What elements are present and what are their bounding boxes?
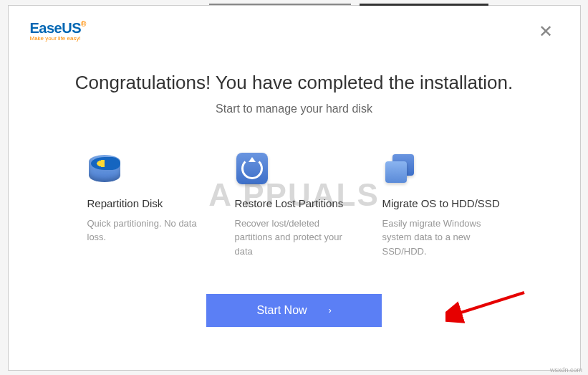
logo-brand: EaseUS® bbox=[30, 20, 86, 37]
feature-title: Migrate OS to HDD/SSD bbox=[382, 197, 501, 209]
restore-icon bbox=[235, 151, 269, 186]
main-content: Congratulations! You have completed the … bbox=[30, 72, 559, 328]
feature-migrate: Migrate OS to HDD/SSD Easily migrate Win… bbox=[382, 151, 501, 259]
easeus-logo: EaseUS® Make your life easy! bbox=[30, 20, 86, 42]
installer-complete-dialog: EaseUS® Make your life easy! ✕ Congratul… bbox=[8, 5, 581, 371]
page-subtitle: Start to manage your hard disk bbox=[30, 103, 559, 115]
window-border-decoration bbox=[360, 4, 488, 6]
cta-label: Start Now bbox=[256, 304, 307, 317]
chevron-right-icon: › bbox=[329, 305, 332, 315]
start-now-button[interactable]: Start Now › bbox=[206, 294, 381, 327]
features-row: Repartition Disk Quick partitioning. No … bbox=[30, 151, 559, 259]
attribution-text: wsxdn.com bbox=[550, 366, 582, 374]
logo-tagline: Make your life easy! bbox=[30, 35, 86, 42]
page-title: Congratulations! You have completed the … bbox=[30, 72, 559, 94]
dialog-header: EaseUS® Make your life easy! ✕ bbox=[30, 20, 559, 43]
migrate-icon bbox=[382, 151, 417, 186]
feature-description: Quick partitioning. No data loss. bbox=[87, 217, 206, 245]
close-button[interactable]: ✕ bbox=[533, 20, 559, 43]
close-icon: ✕ bbox=[539, 22, 553, 41]
feature-title: Repartition Disk bbox=[87, 197, 206, 209]
feature-description: Recover lost/deleted partitions and prot… bbox=[235, 217, 354, 259]
feature-restore: Restore Lost Partitions Recover lost/del… bbox=[235, 151, 354, 259]
logo-brand-text: EaseUS bbox=[30, 20, 82, 36]
cta-container: Start Now › bbox=[30, 294, 559, 327]
registered-icon: ® bbox=[81, 20, 86, 28]
disk-icon bbox=[87, 151, 122, 186]
feature-description: Easily migrate Windows system data to a … bbox=[382, 217, 501, 259]
window-border-decoration bbox=[209, 4, 351, 5]
feature-title: Restore Lost Partitions bbox=[235, 197, 354, 209]
feature-repartition: Repartition Disk Quick partitioning. No … bbox=[87, 151, 206, 259]
